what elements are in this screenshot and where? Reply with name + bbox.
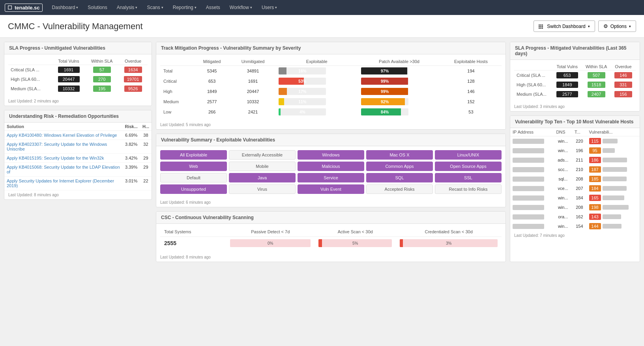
risk-solution: Apply KB4100480: Windows Kernel Elevatio… (4, 131, 122, 140)
risk-table: Solution Risk... H... Apply KB4100480: W… (4, 123, 152, 190)
mitigation-table-row: Low 266 2421 4% 84% 53 (160, 107, 502, 117)
mit-mitigated: 2577 (194, 97, 230, 107)
left-column: SLA Progress - Unmitigated Vulnerabiliti… (4, 42, 152, 262)
top10-ip: ██████████ (510, 212, 554, 221)
top10-vuln: 165 (587, 193, 640, 203)
exploit-button[interactable]: Windows (298, 150, 364, 160)
top10-dns: sql... (554, 174, 572, 184)
slam-label: High (SLA 60... (514, 80, 552, 89)
csc-title: CSC - Continuous Vulnerability Scanning (156, 212, 505, 224)
top10-t: 211 (572, 155, 586, 165)
exploit-button[interactable]: Recast to Info Risks (435, 184, 502, 194)
mitigation-table-row: High 1849 20447 17% 99% 146 (160, 86, 502, 97)
chevron-down-icon: ▾ (629, 24, 631, 28)
exploit-button[interactable]: Virus (229, 184, 296, 194)
csc-row: 2555 0% 5% (160, 237, 502, 250)
slam-total: 1849 (552, 80, 582, 89)
mitigation-table-row: Critical 653 1691 53% 99% 128 (160, 76, 502, 86)
mit-patch-bar: 84% (358, 107, 440, 117)
risk-pct: 3.42% (122, 154, 140, 163)
top10-ip: ██████████ (510, 136, 554, 146)
switch-dashboard-button[interactable]: Switch Dashboard ▾ (534, 20, 595, 32)
risk-solution: Apply KB4015068: Security Update for the… (4, 163, 122, 177)
exploit-button[interactable]: Vuln Event (298, 184, 364, 194)
slam-overdue: 156 (611, 89, 636, 99)
risk-table-row: Apply KB4015195: Security Update for the… (4, 154, 152, 163)
exploit-button[interactable]: SQL (366, 173, 433, 182)
top10-t: 207 (572, 184, 586, 193)
nav-reporting[interactable]: Reporting ▾ (169, 0, 200, 15)
risk-h: 29 (140, 163, 152, 177)
slam-col-total: Total Vulns (552, 63, 582, 71)
nav-users[interactable]: Users ▾ (258, 0, 281, 15)
top10-vuln: 143 (587, 212, 640, 221)
top10-table-row: ██████████ win... 208 198 (510, 203, 640, 212)
sla-col-within: Within SLA (85, 58, 118, 65)
nav-solutions[interactable]: Solutions (84, 0, 111, 15)
nav-assets[interactable]: Assets (202, 0, 224, 15)
mit-unmitigated: 20447 (230, 86, 276, 97)
exploit-button[interactable]: Mac OS X (366, 150, 433, 160)
risk-solution: Apply Security Updates for Internet Expl… (4, 177, 122, 190)
chevron-down-icon: ▾ (588, 24, 590, 28)
nav-dashboard[interactable]: Dashboard ▾ (48, 0, 82, 15)
exploit-button[interactable]: SSL (435, 173, 502, 182)
sla-progress-panel: SLA Progress - Unmitigated Vulnerabiliti… (4, 42, 152, 106)
exploit-button[interactable]: Java (229, 173, 296, 182)
sla-mitigated-title: SLA Progress - Mitigated Vulnerabilities… (510, 42, 640, 60)
exploit-button[interactable]: Unsupported (160, 184, 227, 194)
csc-last-updated: Last Updated: 8 minutes ago (156, 253, 505, 262)
top10-table: IP Address DNS T... Vulnerabili... █████… (510, 128, 640, 231)
risk-h: 32 (140, 140, 152, 154)
mit-label: Low (160, 107, 194, 117)
top10-table-row: ██████████ ora... 162 143 (510, 212, 640, 221)
slam-overdue: 146 (611, 71, 636, 80)
mit-patch-bar: 92% (358, 97, 440, 107)
exploit-button[interactable]: Default (160, 173, 227, 182)
top10-vuln: 186 (587, 155, 640, 165)
top10-ip: ██████████ (510, 155, 554, 165)
top10-table-row: ██████████ win... 196 95 (510, 146, 640, 155)
sla-within: 270 (85, 74, 118, 84)
mit-hosts: 152 (440, 97, 502, 107)
nav-workflow[interactable]: Workflow ▾ (226, 0, 256, 15)
sla-overdue: 9526 (118, 84, 148, 93)
mit-col-hosts: Exploitable Hosts (440, 58, 502, 66)
mit-unmitigated: 10332 (230, 97, 276, 107)
exploit-button[interactable]: Service (298, 173, 364, 182)
exploit-button[interactable]: Externally Accessible (229, 150, 296, 160)
exploit-button[interactable]: All Exploitable (160, 150, 227, 160)
csc-passive-bar: 0% (226, 237, 315, 250)
exploit-button[interactable]: Mobile (229, 162, 296, 171)
mit-col-mitigated: Mitigated (194, 58, 230, 66)
logo[interactable]: ☐ tenable.sc (5, 4, 43, 12)
understanding-risk-panel: Understanding Risk - Remediation Opportu… (4, 110, 152, 200)
sla-table-row: Medium (SLA... 10332 195 9526 (8, 84, 148, 93)
csc-panel: CSC - Continuous Vulnerability Scanning … (156, 211, 506, 262)
exploit-button[interactable]: Accepted Risks (366, 184, 433, 194)
mitigation-table-row: Medium 2577 10332 11% 92% 152 (160, 97, 502, 107)
nav-analysis[interactable]: Analysis ▾ (113, 0, 142, 15)
slam-overdue: 331 (611, 80, 636, 89)
exploit-button[interactable]: Malicious (298, 162, 364, 171)
exploit-button[interactable]: Web (160, 162, 227, 171)
top10-t: 196 (572, 146, 586, 155)
sla-within: 57 (85, 65, 118, 75)
exploit-button[interactable]: Open Source Apps (435, 162, 502, 171)
exploit-button[interactable]: Common Apps (366, 162, 433, 171)
sla-table-row: Critical (SLA ... 1691 57 1634 (8, 65, 148, 75)
risk-pct: 6.69% (122, 131, 140, 140)
top10-col-vuln: Vulnerabili... (587, 128, 640, 136)
top10-dns: win... (554, 203, 572, 212)
options-button[interactable]: ⚙ Options ▾ (598, 20, 636, 32)
gear-icon: ⚙ (603, 23, 608, 29)
top10-table-row: ██████████ win... 154 144 (510, 221, 640, 231)
mit-exploitable-bar: 11% (275, 97, 358, 107)
exploit-button[interactable]: Linux/UNIX (435, 150, 502, 160)
top10-dns: ora... (554, 212, 572, 221)
nav-scans[interactable]: Scans ▾ (143, 0, 167, 15)
top10-t: 208 (572, 174, 586, 184)
top10-ip: ██████████ (510, 193, 554, 203)
sla-label: High (SLA 60... (8, 74, 52, 84)
csc-col-passive: Passive Detect < 7d (226, 227, 315, 237)
